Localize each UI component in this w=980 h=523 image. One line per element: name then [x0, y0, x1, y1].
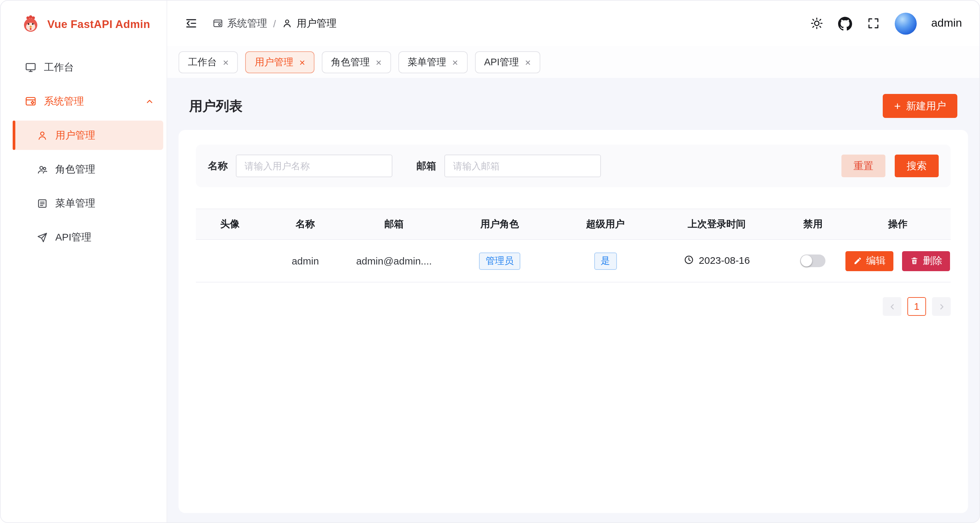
next-page-button[interactable]: [932, 297, 951, 316]
chevron-up-icon: [145, 96, 154, 106]
breadcrumb: 系统管理 / 用户管理: [213, 17, 336, 30]
reset-button[interactable]: 重置: [842, 154, 885, 177]
search-button[interactable]: 搜索: [895, 154, 939, 177]
header-username[interactable]: admin: [931, 17, 962, 30]
page-head: 用户列表 + 新建用户: [178, 89, 968, 119]
table-row: admin admin@admin.... 管理员 是: [196, 240, 951, 282]
tab-workbench[interactable]: 工作台 ×: [178, 51, 238, 73]
col-email: 邮箱: [347, 209, 441, 240]
rooster-icon: [21, 14, 41, 34]
close-icon[interactable]: ×: [223, 57, 229, 67]
breadcrumb-item-users[interactable]: 用户管理: [282, 17, 336, 30]
page-number-button[interactable]: 1: [907, 297, 926, 316]
sidebar-item-workbench[interactable]: 工作台: [1, 52, 167, 82]
close-icon[interactable]: ×: [452, 57, 458, 67]
delete-label: 删除: [923, 254, 942, 267]
window-gear-icon: [25, 95, 37, 107]
col-name: 名称: [264, 209, 347, 240]
users-card: 名称 邮箱 重置 搜索 头像 名称: [178, 130, 968, 513]
close-icon[interactable]: ×: [376, 57, 382, 67]
sidebar-item-label: 菜单管理: [55, 197, 95, 210]
plus-icon: +: [894, 100, 901, 111]
clock-icon: [684, 255, 694, 265]
prev-page-button[interactable]: [883, 297, 901, 316]
email-filter-label: 邮箱: [416, 160, 436, 172]
close-icon[interactable]: ×: [525, 57, 531, 67]
fullscreen-icon[interactable]: [866, 17, 880, 30]
breadcrumb-label: 用户管理: [296, 17, 336, 30]
breadcrumb-separator: /: [273, 17, 276, 29]
sidebar-item-label: 用户管理: [55, 129, 95, 141]
pencil-icon: [853, 256, 862, 265]
window-gear-icon: [213, 18, 223, 29]
superuser-tag: 是: [594, 252, 617, 270]
last-login-cell: 2023-08-16: [652, 240, 781, 282]
col-actions: 操作: [845, 209, 951, 240]
name-filter-input[interactable]: [236, 154, 392, 177]
table-header-row: 头像 名称 邮箱 用户角色 超级用户 上次登录时间 禁用 操作: [196, 209, 951, 240]
breadcrumb-item-system[interactable]: 系统管理: [213, 17, 267, 30]
sidebar-item-label: API管理: [55, 231, 91, 243]
tab-label: 角色管理: [331, 56, 370, 68]
delete-button[interactable]: 删除: [902, 251, 950, 271]
sidebar-item-system[interactable]: 系统管理: [1, 87, 167, 116]
scale-wrapper: Vue FastAPI Admin 工作台 系统管理: [0, 0, 980, 523]
email-cell: admin@admin....: [347, 240, 441, 282]
filter-bar: 名称 邮箱 重置 搜索: [196, 145, 951, 187]
edit-button[interactable]: 编辑: [845, 251, 893, 271]
close-icon[interactable]: ×: [299, 57, 305, 67]
app-title: Vue FastAPI Admin: [47, 17, 150, 30]
app-window: Vue FastAPI Admin 工作台 系统管理: [0, 0, 980, 523]
sidebar-item-label: 工作台: [44, 61, 74, 74]
main-area: 系统管理 / 用户管理: [167, 1, 979, 522]
last-login-value: 2023-08-16: [699, 254, 750, 266]
header-actions: admin: [810, 12, 962, 34]
col-role: 用户角色: [441, 209, 558, 240]
tab-menus[interactable]: 菜单管理 ×: [398, 51, 468, 73]
theme-sun-icon[interactable]: [810, 17, 823, 30]
new-user-button[interactable]: + 新建用户: [883, 94, 957, 118]
superuser-cell: 是: [558, 240, 652, 282]
menu-fold-icon[interactable]: [185, 17, 198, 30]
sidebar-item-menus[interactable]: 菜单管理: [13, 189, 163, 218]
people-icon: [37, 164, 48, 175]
rocket-icon: [37, 232, 48, 243]
top-header: 系统管理 / 用户管理: [167, 1, 979, 46]
trash-icon: [910, 256, 919, 265]
sidebar-item-roles[interactable]: 角色管理: [13, 154, 163, 184]
user-avatar[interactable]: [894, 12, 916, 34]
sidebar-item-label: 角色管理: [55, 163, 95, 176]
pagination: 1: [196, 297, 951, 316]
name-filter-label: 名称: [208, 160, 228, 172]
col-last-login: 上次登录时间: [652, 209, 781, 240]
col-superuser: 超级用户: [558, 209, 652, 240]
sidebar-menu: 工作台 系统管理: [1, 47, 167, 256]
col-avatar: 头像: [196, 209, 264, 240]
page-title: 用户列表: [189, 97, 242, 115]
tab-api[interactable]: API管理 ×: [475, 51, 540, 73]
tab-roles[interactable]: 角色管理 ×: [322, 51, 391, 73]
role-tag: 管理员: [479, 252, 520, 270]
tab-label: 用户管理: [255, 56, 293, 68]
tab-label: 工作台: [188, 56, 217, 68]
list-icon: [37, 197, 48, 209]
app-logo: Vue FastAPI Admin: [1, 1, 167, 47]
sidebar: Vue FastAPI Admin 工作台 系统管理: [1, 1, 167, 522]
sidebar-item-api[interactable]: API管理: [13, 223, 163, 252]
sidebar-item-label: 系统管理: [44, 95, 84, 108]
users-table: 头像 名称 邮箱 用户角色 超级用户 上次登录时间 禁用 操作: [196, 208, 951, 283]
tab-users[interactable]: 用户管理 ×: [245, 51, 315, 73]
sidebar-item-users[interactable]: 用户管理: [13, 121, 163, 150]
email-filter-input[interactable]: [444, 154, 601, 177]
tab-label: API管理: [484, 56, 519, 68]
monitor-icon: [25, 61, 37, 73]
avatar-cell: [196, 240, 264, 282]
new-user-label: 新建用户: [906, 100, 946, 112]
role-cell: 管理员: [441, 240, 558, 282]
edit-label: 编辑: [866, 254, 885, 267]
disabled-toggle[interactable]: [800, 255, 826, 267]
col-disabled: 禁用: [781, 209, 845, 240]
github-icon[interactable]: [838, 16, 852, 30]
disabled-cell: [781, 240, 845, 282]
name-cell: admin: [264, 240, 347, 282]
